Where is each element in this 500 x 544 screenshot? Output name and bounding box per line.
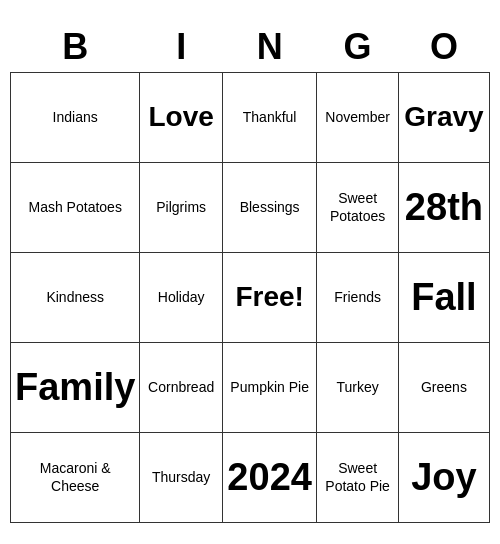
bingo-cell: Free!: [222, 252, 316, 342]
bingo-cell: Pilgrims: [140, 162, 223, 252]
cell-content: Joy: [411, 456, 476, 498]
cell-content: Holiday: [158, 289, 205, 305]
bingo-cell: Cornbread: [140, 342, 223, 432]
header-letter: G: [317, 22, 399, 73]
cell-content: Fall: [411, 276, 476, 318]
bingo-row: Macaroni & CheeseThursday2024Sweet Potat…: [11, 432, 490, 522]
cell-content: Love: [148, 101, 213, 132]
bingo-cell: 28th: [398, 162, 489, 252]
cell-content: Greens: [421, 379, 467, 395]
bingo-cell: Blessings: [222, 162, 316, 252]
bingo-cell: Fall: [398, 252, 489, 342]
bingo-cell: Holiday: [140, 252, 223, 342]
cell-content: Kindness: [46, 289, 104, 305]
header-letter: I: [140, 22, 223, 73]
cell-content: Indians: [53, 109, 98, 125]
bingo-cell: Greens: [398, 342, 489, 432]
cell-content: Blessings: [240, 199, 300, 215]
bingo-cell: Turkey: [317, 342, 399, 432]
cell-content: Turkey: [336, 379, 378, 395]
cell-content: Thankful: [243, 109, 297, 125]
bingo-row: KindnessHolidayFree!FriendsFall: [11, 252, 490, 342]
bingo-cell: November: [317, 72, 399, 162]
cell-content: November: [325, 109, 390, 125]
cell-content: Pumpkin Pie: [230, 379, 309, 395]
cell-content: Thursday: [152, 469, 210, 485]
bingo-row: Mash PotatoesPilgrimsBlessingsSweet Pota…: [11, 162, 490, 252]
cell-content: 28th: [405, 186, 483, 228]
bingo-row: IndiansLoveThankfulNovemberGravy: [11, 72, 490, 162]
bingo-cell: Macaroni & Cheese: [11, 432, 140, 522]
cell-content: Friends: [334, 289, 381, 305]
cell-content: Family: [15, 366, 135, 408]
cell-content: Macaroni & Cheese: [40, 460, 111, 494]
bingo-cell: Sweet Potatoes: [317, 162, 399, 252]
bingo-cell: Thankful: [222, 72, 316, 162]
bingo-cell: Kindness: [11, 252, 140, 342]
cell-content: Cornbread: [148, 379, 214, 395]
header-letter: B: [11, 22, 140, 73]
bingo-cell: Sweet Potato Pie: [317, 432, 399, 522]
cell-content: Sweet Potato Pie: [325, 460, 390, 494]
bingo-cell: Thursday: [140, 432, 223, 522]
bingo-cell: Family: [11, 342, 140, 432]
bingo-cell: Indians: [11, 72, 140, 162]
header-letter: O: [398, 22, 489, 73]
cell-content: Gravy: [404, 101, 483, 132]
cell-content: Sweet Potatoes: [330, 190, 385, 224]
header-letter: N: [222, 22, 316, 73]
header-row: BINGO: [11, 22, 490, 73]
bingo-cell: Pumpkin Pie: [222, 342, 316, 432]
cell-content: Pilgrims: [156, 199, 206, 215]
bingo-cell: Friends: [317, 252, 399, 342]
bingo-cell: Joy: [398, 432, 489, 522]
cell-content: 2024: [227, 456, 312, 498]
bingo-card: BINGO IndiansLoveThankfulNovemberGravyMa…: [10, 22, 490, 523]
bingo-body: IndiansLoveThankfulNovemberGravyMash Pot…: [11, 72, 490, 522]
bingo-cell: 2024: [222, 432, 316, 522]
bingo-cell: Gravy: [398, 72, 489, 162]
bingo-row: FamilyCornbreadPumpkin PieTurkeyGreens: [11, 342, 490, 432]
bingo-cell: Love: [140, 72, 223, 162]
cell-content: Mash Potatoes: [29, 199, 122, 215]
cell-content: Free!: [235, 281, 303, 312]
bingo-cell: Mash Potatoes: [11, 162, 140, 252]
